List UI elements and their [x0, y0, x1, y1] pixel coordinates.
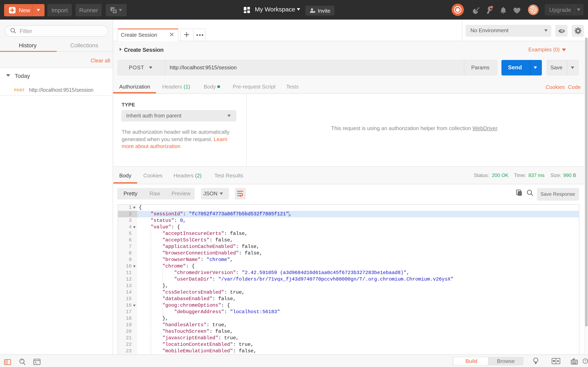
svg-text:?: ?	[584, 359, 586, 363]
